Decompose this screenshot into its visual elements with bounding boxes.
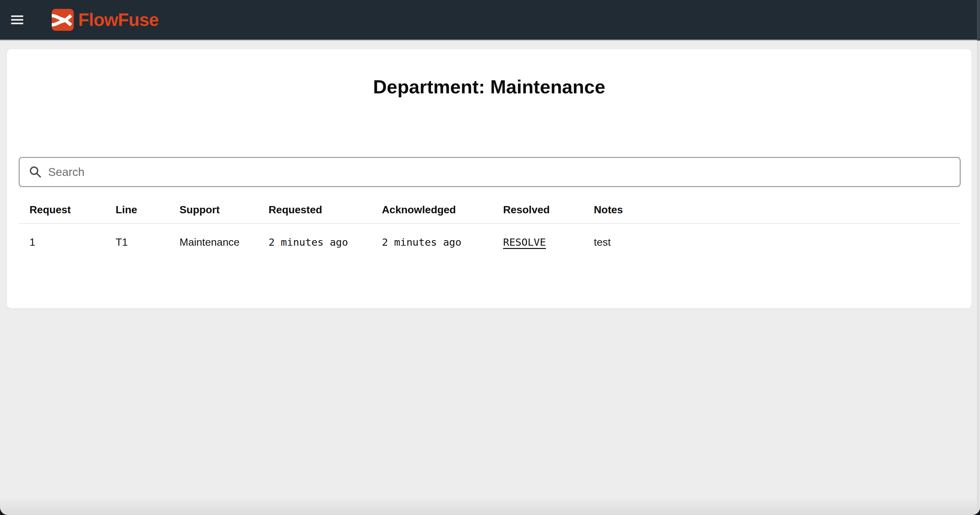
cell-request: 1	[29, 236, 116, 248]
resolve-link[interactable]: RESOLVE	[503, 236, 546, 248]
column-header-notes: Notes	[594, 204, 961, 216]
page-title: Department: Maintenance	[7, 77, 972, 97]
flowfuse-wordmark: FlowFuse	[78, 11, 159, 29]
scrollbar-header-segment	[977, 0, 980, 41]
table-row: 1 T1 Maintenance 2 minutes ago 2 minutes…	[19, 224, 961, 260]
content-card: Department: Maintenance Request Line Sup…	[7, 49, 972, 308]
app-header: FlowFuse	[0, 0, 980, 41]
cell-requested: 2 minutes ago	[269, 236, 382, 248]
column-header-request: Request	[29, 204, 116, 216]
app-window: FlowFuse Department: Maintenance Request…	[0, 0, 980, 515]
search-icon	[29, 166, 41, 178]
column-header-resolved: Resolved	[503, 204, 594, 216]
scrollbar[interactable]	[977, 0, 980, 515]
requests-table: Request Line Support Requested Acknowled…	[19, 196, 961, 260]
column-header-line: Line	[116, 204, 180, 216]
column-header-support: Support	[180, 204, 269, 216]
table-header-row: Request Line Support Requested Acknowled…	[19, 196, 961, 223]
hamburger-icon	[11, 15, 23, 24]
flowfuse-logo-icon	[52, 9, 74, 31]
scrollbar-track	[977, 41, 980, 515]
cell-notes: test	[594, 236, 961, 248]
menu-button[interactable]	[8, 12, 27, 27]
column-header-acknowledged: Acknowledged	[382, 204, 503, 216]
flowfuse-logo: FlowFuse	[52, 9, 159, 31]
search-box	[19, 157, 961, 187]
column-header-requested: Requested	[269, 204, 382, 216]
cell-line: T1	[116, 236, 180, 248]
cell-support: Maintenance	[180, 236, 269, 248]
search-input[interactable]	[48, 165, 953, 179]
cell-acknowledged: 2 minutes ago	[382, 236, 503, 248]
